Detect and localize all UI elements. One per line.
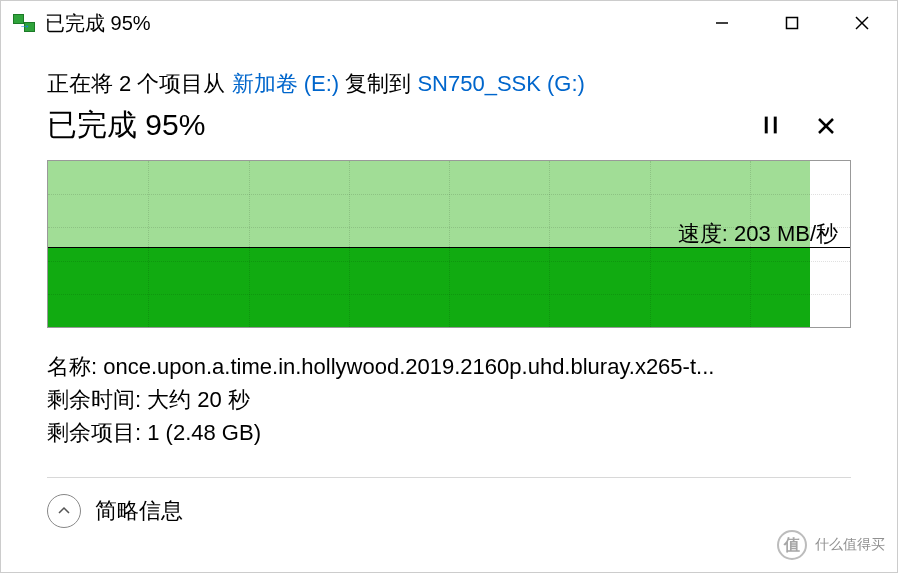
close-button[interactable]	[827, 1, 897, 45]
pause-button[interactable]: ⅠⅠ	[747, 106, 797, 146]
minimize-icon	[715, 16, 729, 30]
chart-speed-area	[48, 247, 810, 328]
watermark: 值 什么值得买	[777, 530, 885, 560]
chevron-up-icon	[57, 504, 71, 518]
svg-rect-1	[787, 18, 798, 29]
progress-row: 已完成 95% ⅠⅠ	[47, 105, 851, 146]
window-title: 已完成 95%	[45, 10, 151, 37]
copy-action-description: 正在将 2 个项目从 新加卷 (E:) 复制到 SN750_SSK (G:)	[47, 69, 851, 99]
window-controls	[687, 1, 897, 45]
action-prefix: 正在将 2 个项目从	[47, 71, 232, 96]
close-icon	[854, 15, 870, 31]
maximize-icon	[785, 16, 799, 30]
cancel-button[interactable]	[801, 106, 851, 146]
speed-label: 速度: 203 MB/秒	[676, 219, 840, 249]
minimize-button[interactable]	[687, 1, 757, 45]
footer-row: 简略信息	[47, 478, 851, 528]
watermark-text: 什么值得买	[815, 536, 885, 554]
source-drive-link[interactable]: 新加卷 (E:)	[232, 71, 340, 96]
watermark-icon: 值	[777, 530, 807, 560]
detail-filename: 名称: once.upon.a.time.in.hollywood.2019.2…	[47, 350, 851, 383]
destination-drive-link[interactable]: SN750_SSK (G:)	[417, 71, 585, 96]
action-middle: 复制到	[339, 71, 417, 96]
titlebar: → 已完成 95%	[1, 1, 897, 45]
speed-chart[interactable]: 速度: 203 MB/秒	[47, 160, 851, 328]
detail-time-remaining: 剩余时间: 大约 20 秒	[47, 383, 851, 416]
progress-status: 已完成 95%	[47, 105, 743, 146]
maximize-button[interactable]	[757, 1, 827, 45]
toggle-details-label[interactable]: 简略信息	[95, 496, 183, 526]
dialog-content: 正在将 2 个项目从 新加卷 (E:) 复制到 SN750_SSK (G:) 已…	[1, 45, 897, 528]
transfer-details: 名称: once.upon.a.time.in.hollywood.2019.2…	[47, 350, 851, 449]
detail-items-remaining: 剩余项目: 1 (2.48 GB)	[47, 416, 851, 449]
toggle-details-button[interactable]	[47, 494, 81, 528]
pause-icon: ⅠⅠ	[763, 113, 781, 139]
cancel-icon	[816, 116, 836, 136]
copy-transfer-icon: →	[13, 14, 35, 32]
